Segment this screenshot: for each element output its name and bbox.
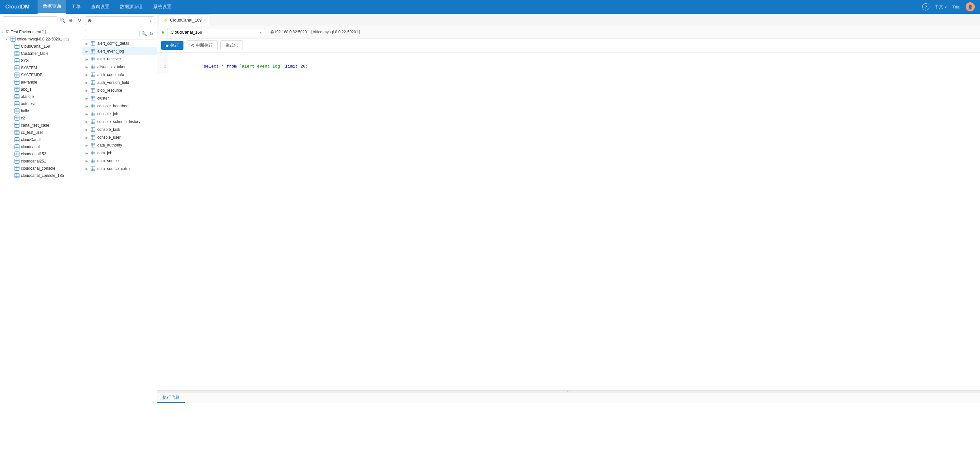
sidebar-table-item[interactable]: c2 bbox=[0, 114, 82, 122]
sidebar-table-item[interactable]: canal_test_case bbox=[0, 122, 82, 129]
nav-data-query[interactable]: 数据查询 bbox=[38, 0, 66, 14]
table-list-item[interactable]: ▶ blob_resource bbox=[82, 86, 157, 94]
help-icon[interactable]: ? bbox=[922, 3, 929, 10]
sidebar-table-item[interactable]: cc_test_user bbox=[0, 129, 82, 136]
table-list-item[interactable]: ▶ console_user bbox=[82, 133, 157, 141]
sidebar-table-item[interactable]: abc_1 bbox=[0, 86, 82, 93]
table-row-arrow: ▶ bbox=[86, 159, 89, 163]
svg-rect-52 bbox=[15, 130, 19, 135]
table-grid-icon bbox=[91, 57, 95, 61]
sidebar-table-item[interactable]: autotest bbox=[0, 100, 82, 107]
table-list-item[interactable]: ▶ console_job bbox=[82, 110, 157, 118]
table-row-arrow: ▶ bbox=[86, 42, 89, 45]
sidebar-table-item[interactable]: cloudcanal251 bbox=[0, 157, 82, 165]
sidebar-table-item[interactable]: cloudcanal152 bbox=[0, 151, 82, 157]
table-row-arrow: ▶ bbox=[86, 49, 89, 53]
sidebar-table-item[interactable]: cloudcanal_console_185 bbox=[0, 172, 82, 179]
bottom-tabs: 执行信息 bbox=[158, 392, 980, 403]
stop-icon: ⊙ bbox=[191, 43, 194, 48]
editor-tab-cloudcanal169[interactable]: ⚡ CloudCanal_169 × bbox=[159, 14, 210, 26]
sidebar-table-label: c2 bbox=[21, 116, 25, 121]
code-editor[interactable]: 1 2 select * from `alert_event_log` limi… bbox=[158, 52, 980, 390]
sidebar-table-item[interactable]: SYSTEMDB bbox=[0, 72, 82, 79]
nav-datasource[interactable]: 数据源管理 bbox=[115, 0, 148, 14]
sidebar-table-label: cloudcanal251 bbox=[21, 159, 46, 164]
sidebar-search-input[interactable] bbox=[3, 16, 57, 24]
table-list-item[interactable]: ▶ aliyun_sts_token bbox=[82, 63, 157, 71]
tab-close-icon[interactable]: × bbox=[204, 18, 206, 22]
sidebar-table-item[interactable]: aa-fanqie bbox=[0, 79, 82, 86]
connection-selector[interactable]: CloudCanal_169 bbox=[167, 28, 265, 36]
language-selector[interactable]: 中文 ∨ bbox=[935, 4, 947, 10]
search-icon[interactable]: 🔍 bbox=[59, 17, 66, 24]
svg-rect-12 bbox=[15, 59, 19, 63]
sidebar-table-item[interactable]: CloudCanal_169 bbox=[0, 43, 82, 50]
sidebar-table-item[interactable]: cloudcanal_console bbox=[0, 165, 82, 172]
table-list-item[interactable]: ▶ auth_code_info bbox=[82, 71, 157, 79]
table-list-item[interactable]: ▶ auth_version_field bbox=[82, 79, 157, 86]
table-list-item[interactable]: ▶ alert_receiver bbox=[82, 55, 157, 63]
table-list-item[interactable]: ▶ data_source_extra bbox=[82, 165, 157, 173]
table-list-item[interactable]: ▶ data_authority bbox=[82, 141, 157, 149]
stop-button[interactable]: ⊙ 中断执行 bbox=[186, 40, 218, 50]
table-icon bbox=[14, 44, 19, 49]
sidebar-table-label: autotest bbox=[21, 102, 35, 106]
table-icon bbox=[14, 51, 19, 56]
bottom-content bbox=[158, 403, 980, 464]
table-search-input[interactable] bbox=[85, 30, 140, 37]
table-icon bbox=[14, 116, 19, 121]
sidebar-table-item[interactable]: cloudCanal bbox=[0, 136, 82, 143]
svg-rect-112 bbox=[91, 104, 95, 108]
svg-rect-80 bbox=[91, 41, 95, 45]
table-list-item[interactable]: ▶ data_job bbox=[82, 149, 157, 157]
sidebar-table-item[interactable]: Customer_table bbox=[0, 50, 82, 57]
table-refresh-icon[interactable]: ↻ bbox=[148, 30, 155, 37]
code-content[interactable]: select * from `alert_event_log` limit 20… bbox=[169, 52, 980, 73]
add-connection-icon[interactable]: ⊕ bbox=[67, 17, 75, 24]
svg-rect-20 bbox=[15, 73, 19, 77]
nav-query-settings[interactable]: 查询设置 bbox=[86, 0, 115, 14]
table-list-item[interactable]: ▶ console_heartbeat bbox=[82, 102, 157, 110]
tree-env-item[interactable]: ▾ ☑ Test Environment [1] bbox=[0, 29, 82, 36]
table-row-arrow: ▶ bbox=[86, 73, 89, 77]
nav-system-settings[interactable]: 系统设置 bbox=[148, 0, 177, 14]
sidebar-table-item[interactable]: afanqie bbox=[0, 93, 82, 100]
sidebar-table-item[interactable]: SYSTEM bbox=[0, 64, 82, 72]
editor-connection-header: ● CloudCanal_169 @192.168.0.82:50201【off… bbox=[158, 26, 980, 38]
svg-rect-36 bbox=[15, 102, 19, 106]
table-type-selector[interactable]: 表 bbox=[85, 16, 154, 25]
svg-rect-120 bbox=[91, 120, 95, 124]
chevron-down-icon bbox=[260, 30, 261, 35]
table-row-arrow: ▶ bbox=[86, 57, 89, 61]
table-list-item[interactable]: ▶ console_schema_history bbox=[82, 118, 157, 126]
format-button[interactable]: 格式化 bbox=[220, 40, 243, 50]
table-row-arrow: ▶ bbox=[86, 89, 89, 92]
table-list-item[interactable]: ▶ data_source bbox=[82, 157, 157, 165]
svg-rect-132 bbox=[91, 143, 95, 147]
sidebar-table-label: cloudCanal bbox=[21, 137, 40, 142]
nav-task[interactable]: 工单 bbox=[66, 0, 86, 14]
sidebar-table-item[interactable]: baily bbox=[0, 107, 82, 114]
table-name-label: console_heartbeat bbox=[97, 104, 130, 108]
table-list-item[interactable]: ▶ cluster bbox=[82, 94, 157, 102]
execute-button[interactable]: ▶ 执行 bbox=[161, 41, 183, 50]
table-icon bbox=[14, 130, 19, 135]
table-name-label: data_job bbox=[97, 151, 112, 155]
table-name-label: auth_version_field bbox=[97, 80, 129, 85]
table-search-icon[interactable]: 🔍 bbox=[141, 30, 147, 37]
svg-rect-108 bbox=[91, 96, 95, 100]
sidebar-table-item[interactable]: cloudcanal bbox=[0, 143, 82, 151]
tree-db-item[interactable]: ▾ office-mysql-8.0.22-50201 [71] bbox=[0, 36, 82, 43]
svg-rect-104 bbox=[91, 89, 95, 92]
table-list-item[interactable]: ▶ alert_config_detail bbox=[82, 40, 157, 47]
svg-rect-56 bbox=[15, 137, 19, 142]
table-name-label: data_source bbox=[97, 159, 119, 163]
sidebar-table-item[interactable]: SYS bbox=[0, 57, 82, 64]
top-navigation: CloudDM 数据查询 工单 查询设置 数据源管理 系统设置 ? 中文 ∨ T… bbox=[0, 0, 980, 14]
table-list-item[interactable]: ▶ alert_event_log bbox=[82, 47, 157, 55]
table-icon bbox=[14, 159, 19, 164]
table-list-item[interactable]: ▶ console_task bbox=[82, 126, 157, 133]
user-avatar[interactable]: 👤 bbox=[966, 2, 975, 11]
tab-exec-info[interactable]: 执行信息 bbox=[158, 392, 185, 403]
refresh-icon[interactable]: ↻ bbox=[76, 17, 83, 24]
